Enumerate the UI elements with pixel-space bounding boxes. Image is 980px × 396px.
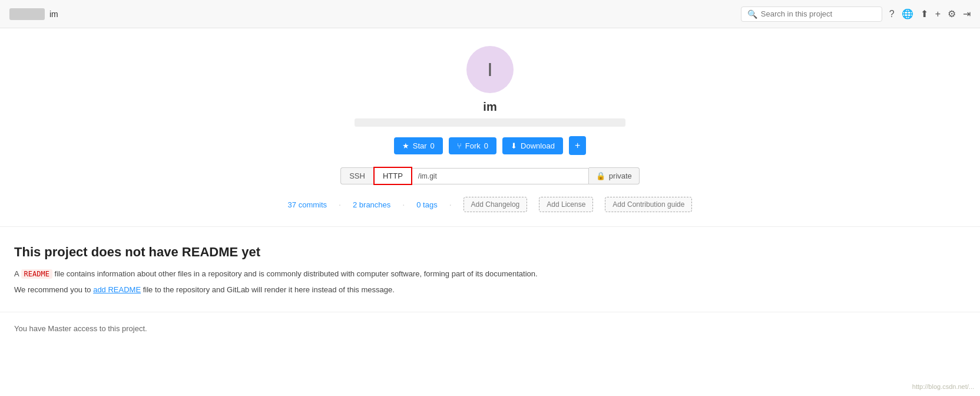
clone-tab-http[interactable]: HTTP (373, 167, 412, 185)
add-contribution-button[interactable]: Add Contribution guide (605, 197, 692, 212)
tags-link[interactable]: 0 tags (416, 200, 437, 209)
branches-link[interactable]: 2 branches (353, 200, 390, 209)
action-buttons: ★ Star 0 ⑂ Fork 0 ⬇ Download + (394, 136, 586, 155)
search-icon: 🔍 (747, 9, 757, 19)
search-box[interactable]: 🔍 (741, 6, 882, 22)
nav-right: 🔍 ? 🌐 ⬆ + ⚙ ⇥ (741, 6, 971, 22)
clone-tab-ssh[interactable]: SSH (340, 167, 373, 184)
download-button[interactable]: ⬇ Download (502, 137, 563, 154)
avatar-letter: I (488, 59, 493, 81)
fork-label: Fork (465, 141, 481, 150)
plus-button[interactable]: + (569, 136, 586, 155)
plus-icon: + (575, 140, 580, 151)
add-license-button[interactable]: Add License (539, 197, 593, 212)
tags-label: tags (423, 200, 438, 209)
project-avatar: I (466, 46, 514, 93)
star-count: 0 (431, 141, 435, 150)
readme-title: This project does not have README yet (14, 245, 551, 260)
plus-nav-icon[interactable]: + (935, 9, 941, 19)
download-label: Download (521, 141, 555, 150)
download-icon: ⬇ (511, 141, 517, 150)
branches-count: 2 (353, 200, 357, 209)
readme-line2-after: file to the repository and GitLab will r… (141, 285, 395, 294)
project-subtitle-bar (355, 118, 625, 127)
readme-line1-after: file contains information about other fi… (52, 269, 538, 278)
clone-row: SSH HTTP 🔒 private (340, 167, 640, 185)
fork-count: 0 (484, 141, 488, 150)
readme-section: This project does not have README yet A … (0, 227, 565, 312)
branches-label: branches (359, 200, 390, 209)
add-readme-link[interactable]: add README (93, 285, 141, 294)
readme-line1-before: A (14, 269, 21, 278)
clone-privacy-badge: 🔒 private (589, 167, 640, 184)
stat-sep-1: · (339, 200, 341, 209)
star-icon: ★ (402, 141, 409, 150)
fork-button[interactable]: ⑂ Fork 0 (449, 137, 496, 154)
commits-count: 37 (288, 200, 296, 209)
add-changelog-button[interactable]: Add Changelog (463, 197, 528, 212)
clone-url-input[interactable] (412, 168, 589, 184)
readme-code: README (21, 269, 52, 279)
project-title: im (483, 100, 496, 114)
question-icon[interactable]: ? (889, 9, 895, 19)
lock-icon: 🔒 (596, 171, 605, 180)
access-message: You have Master access to this project. (0, 312, 980, 345)
star-button[interactable]: ★ Star 0 (394, 137, 443, 154)
readme-line1: A README file contains information about… (14, 268, 551, 280)
commits-label: commits (299, 200, 327, 209)
nav-left: im (9, 8, 58, 20)
search-input[interactable] (761, 9, 876, 18)
gitlab-logo (9, 8, 45, 20)
nav-project-name: im (49, 9, 58, 19)
upload-icon[interactable]: ⬆ (921, 8, 928, 19)
signout-icon[interactable]: ⇥ (963, 8, 971, 19)
privacy-label: private (609, 171, 632, 180)
gear-icon[interactable]: ⚙ (948, 8, 956, 19)
readme-line2: We recommend you to add README file to t… (14, 284, 551, 296)
star-label: Star (413, 141, 427, 150)
fork-icon: ⑂ (457, 141, 462, 150)
stats-row: 37 commits · 2 branches · 0 tags · Add C… (288, 197, 693, 212)
main-content: I im ★ Star 0 ⑂ Fork 0 ⬇ Download + SSH … (0, 28, 980, 226)
tags-count: 0 (416, 200, 421, 209)
globe-icon[interactable]: 🌐 (902, 8, 913, 19)
stat-sep-3: · (449, 200, 452, 209)
readme-line2-before: We recommend you to (14, 285, 93, 294)
commits-link[interactable]: 37 commits (288, 200, 327, 209)
stat-sep-2: · (402, 200, 405, 209)
top-navigation: im 🔍 ? 🌐 ⬆ + ⚙ ⇥ (0, 0, 980, 28)
